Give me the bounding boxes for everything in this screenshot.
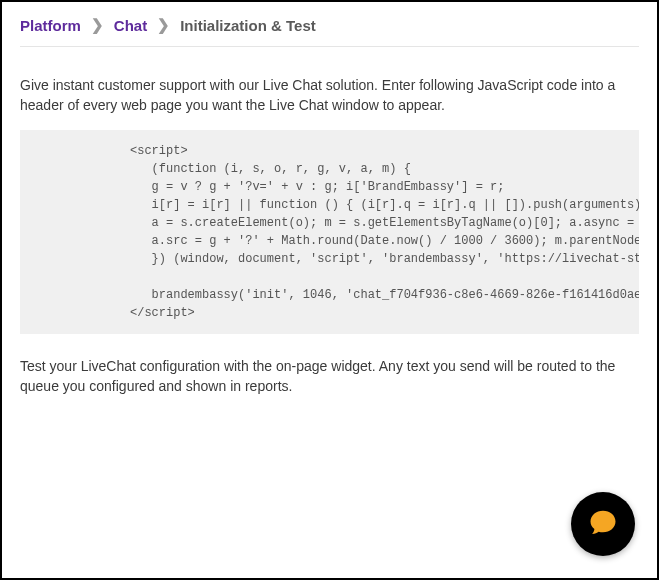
breadcrumb-platform[interactable]: Platform	[20, 17, 81, 34]
code-snippet: <script> (function (i, s, o, r, g, v, a,…	[20, 130, 639, 334]
chevron-right-icon: ❯	[157, 16, 170, 34]
breadcrumb: Platform ❯ Chat ❯ Initialization & Test	[20, 16, 639, 47]
chat-widget-button[interactable]	[571, 492, 635, 556]
chat-icon	[588, 507, 618, 541]
breadcrumb-chat[interactable]: Chat	[114, 17, 147, 34]
breadcrumb-current: Initialization & Test	[180, 17, 316, 34]
intro-text: Give instant customer support with our L…	[20, 75, 639, 116]
post-text: Test your LiveChat configuration with th…	[20, 356, 639, 397]
chevron-right-icon: ❯	[91, 16, 104, 34]
